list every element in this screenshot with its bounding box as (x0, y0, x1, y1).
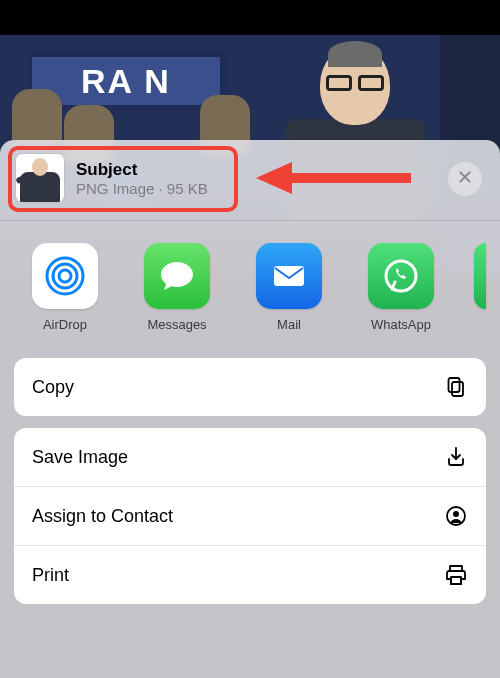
share-apps-row[interactable]: AirDrop Messages Mail (0, 221, 500, 348)
airdrop-icon (32, 243, 98, 309)
file-title: Subject (76, 160, 208, 180)
app-whatsapp[interactable]: WhatsApp (358, 243, 444, 332)
action-save-image[interactable]: Save Image (14, 428, 486, 486)
close-button[interactable] (448, 162, 482, 196)
actions-group-1: Copy (14, 358, 486, 416)
svg-rect-14 (451, 577, 461, 584)
svg-rect-9 (452, 382, 463, 396)
close-icon (457, 169, 473, 189)
copy-icon (444, 375, 468, 399)
action-label: Print (32, 565, 69, 586)
share-header: Subject PNG Image · 95 KB (0, 140, 500, 220)
actions-group-2: Save Image Assign to Contact (14, 428, 486, 604)
action-copy[interactable]: Copy (14, 358, 486, 416)
app-label: Mail (277, 317, 301, 332)
app-messages[interactable]: Messages (134, 243, 220, 332)
svg-rect-10 (449, 378, 460, 392)
app-more[interactable] (470, 243, 490, 332)
svg-point-5 (53, 264, 77, 288)
whatsapp-icon (368, 243, 434, 309)
contact-icon (444, 504, 468, 528)
app-mail[interactable]: Mail (246, 243, 332, 332)
app-airdrop[interactable]: AirDrop (22, 243, 108, 332)
file-thumbnail[interactable] (16, 154, 64, 202)
print-icon (444, 563, 468, 587)
action-label: Save Image (32, 447, 128, 468)
download-icon (444, 445, 468, 469)
mail-icon (256, 243, 322, 309)
svg-point-12 (453, 511, 459, 517)
share-sheet: Subject PNG Image · 95 KB (0, 140, 500, 678)
svg-point-4 (59, 270, 71, 282)
next-app-peek (474, 243, 486, 309)
file-subtitle: PNG Image · 95 KB (76, 180, 208, 197)
messages-icon (144, 243, 210, 309)
action-assign-to-contact[interactable]: Assign to Contact (14, 486, 486, 545)
action-print[interactable]: Print (14, 545, 486, 604)
app-label: AirDrop (43, 317, 87, 332)
app-label: WhatsApp (371, 317, 431, 332)
action-label: Copy (32, 377, 74, 398)
svg-rect-7 (274, 266, 304, 286)
action-label: Assign to Contact (32, 506, 173, 527)
app-label: Messages (147, 317, 206, 332)
